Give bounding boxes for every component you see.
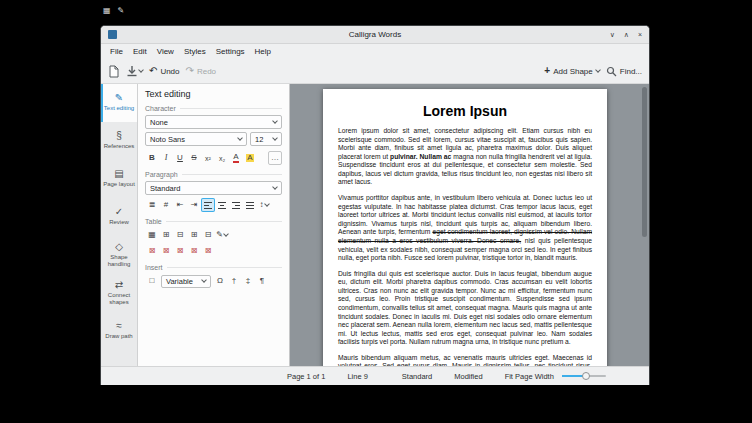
paragraph-style-dropdown[interactable]: Standard [145, 181, 282, 195]
menu-help[interactable]: Help [250, 47, 276, 56]
minimize-button[interactable]: ∨ [610, 31, 615, 38]
save-button[interactable] [126, 65, 143, 77]
new-document-button[interactable] [108, 65, 120, 78]
paragraph[interactable]: Mauris bibendum aliquam metus, ac venena… [338, 354, 592, 366]
increase-indent-button[interactable]: ⇥ [187, 198, 201, 212]
add-shape-label: Add Shape [553, 67, 593, 76]
scrollbar-thumb[interactable] [642, 87, 647, 237]
italic-icon: I [165, 154, 168, 162]
character-style-dropdown[interactable]: None [145, 115, 282, 129]
insert-frame-button[interactable]: □ [145, 274, 159, 288]
window-title: Calligra Words [101, 30, 649, 39]
variable-dropdown[interactable]: Variable [161, 275, 211, 288]
bullet-list-button[interactable]: ≣ [145, 198, 159, 212]
zoom-mode-label[interactable]: Fit Page Width [505, 372, 554, 381]
add-shape-button[interactable]: + Add Shape [544, 66, 599, 76]
paragraph[interactable]: Vivamus porttitor dapibus ante, in vesti… [338, 194, 592, 263]
tab-references[interactable]: §References [101, 122, 137, 160]
tab-text-editing[interactable]: ✎Text editing [101, 84, 137, 122]
panel-grid-icon: ▦ [103, 6, 111, 15]
footnote-button[interactable]: † [227, 274, 241, 288]
draw-path-icon: ≈ [116, 321, 122, 331]
menu-bar: FileEditViewStylesSettingsHelp [101, 44, 649, 59]
footnote-icon: † [232, 277, 236, 285]
maximize-button[interactable]: ∧ [624, 31, 629, 38]
bold-button[interactable]: B [145, 151, 159, 165]
numbered-list-button[interactable]: # [159, 198, 173, 212]
paragraph[interactable]: Lorem ipsum dolor sit amet, consectetur … [338, 127, 592, 187]
chevron-down-icon [272, 135, 278, 141]
table-border-pen-button[interactable]: ✎ [215, 228, 229, 242]
style-indicator[interactable]: Standard [402, 372, 432, 381]
zoom-slider-knob[interactable] [582, 372, 590, 380]
zoom-slider[interactable] [562, 371, 606, 381]
special-character-button[interactable]: Ω [213, 274, 227, 288]
undo-icon: ↶ [149, 66, 157, 76]
align-right-button[interactable] [229, 198, 243, 212]
titlebar[interactable]: Calligra Words ∨∧× [101, 26, 649, 44]
font-size-dropdown[interactable]: 12 [250, 132, 282, 146]
more-character-options-button[interactable]: … [268, 151, 282, 165]
menu-file[interactable]: File [105, 47, 128, 56]
align-justify-button[interactable] [243, 198, 257, 212]
page-break-button[interactable]: ¶ [255, 274, 269, 288]
document-page[interactable]: Lorem Ipsun Lorem ipsum dolor sit amet, … [323, 89, 607, 366]
docker-tabstrip: ✎Text editing§References▤Page layout✓Rev… [101, 84, 138, 366]
tab-shape-handling[interactable]: ◇Shape handling [101, 236, 137, 274]
decrease-indent-button[interactable]: ⇤ [173, 198, 187, 212]
paragraph[interactable]: Duis fringilla dui quis est scelerisque … [338, 270, 592, 347]
document-canvas[interactable]: Lorem Ipsun Lorem ipsum dolor sit amet, … [290, 84, 649, 366]
strikethrough-button[interactable]: S [187, 151, 201, 165]
undo-button[interactable]: ↶ Undo [149, 66, 180, 76]
find-button[interactable]: Find... [606, 66, 642, 77]
line-indicator: Line 9 [347, 372, 367, 381]
page-layout-label: Page layout [103, 181, 135, 188]
menu-edit[interactable]: Edit [128, 47, 152, 56]
close-button[interactable]: × [638, 31, 642, 38]
document-body: Lorem ipsum dolor sit amet, consectetur … [338, 127, 592, 366]
align-center-button[interactable] [215, 198, 229, 212]
endnote-button[interactable]: ‡ [241, 274, 255, 288]
menu-view[interactable]: View [152, 47, 179, 56]
subscript-button[interactable]: x₂ [215, 151, 229, 165]
chevron-down-icon [237, 135, 243, 141]
insert-row-above-button[interactable]: ⊞ [159, 228, 173, 242]
delete-column-button[interactable]: ⊠ [173, 244, 187, 258]
tab-review[interactable]: ✓Review [101, 198, 137, 236]
chevron-down-icon [138, 67, 144, 73]
document-icon [108, 65, 120, 78]
insert-column-left-button[interactable]: ⊞ [187, 228, 201, 242]
menu-settings[interactable]: Settings [211, 47, 250, 56]
delete-table-button[interactable]: ⊠ [145, 244, 159, 258]
tab-connect-shapes[interactable]: ⇄Connect shapes [101, 274, 137, 312]
bold-icon: B [149, 154, 155, 162]
page-indicator[interactable]: Page 1 of 1 [287, 372, 325, 381]
underline-button[interactable]: U [173, 151, 187, 165]
align-left-button[interactable] [201, 198, 215, 212]
insert-column-left-icon: ⊞ [191, 231, 198, 239]
superscript-button[interactable]: x² [201, 151, 215, 165]
text-editing-icon: ✎ [115, 93, 123, 103]
vertical-scrollbar[interactable] [641, 86, 648, 364]
status-bar: Page 1 of 1 Line 9 Standard Modified Fit… [101, 366, 649, 385]
insert-column-right-button[interactable]: ⊟ [201, 228, 215, 242]
italic-button[interactable]: I [159, 151, 173, 165]
insert-table-icon: ▦ [148, 231, 156, 239]
line-spacing-button[interactable]: ↕ [257, 198, 271, 212]
toolbar: ↶ Undo ↷ Redo + Add Shape Find... [101, 59, 649, 84]
font-color-button[interactable]: A [229, 151, 243, 165]
font-family-dropdown[interactable]: Noto Sans [145, 132, 247, 146]
insert-table-button[interactable]: ▦ [145, 228, 159, 242]
insert-row-below-button[interactable]: ⊟ [173, 228, 187, 242]
highlight-button[interactable]: A [243, 151, 257, 165]
tool-options-panel: Text editing Character None Noto Sans 12… [138, 84, 290, 366]
tab-draw-path[interactable]: ≈Draw path [101, 312, 137, 350]
menu-styles[interactable]: Styles [179, 47, 211, 56]
merge-cells-button[interactable]: ⊠ [187, 244, 201, 258]
redo-button[interactable]: ↷ Redo [186, 66, 217, 76]
tab-page-layout[interactable]: ▤Page layout [101, 160, 137, 198]
split-cells-button[interactable]: ⊠ [201, 244, 215, 258]
page-break-icon: ¶ [260, 277, 264, 285]
numbered-list-icon: # [164, 201, 168, 209]
delete-row-button[interactable]: ⊠ [159, 244, 173, 258]
